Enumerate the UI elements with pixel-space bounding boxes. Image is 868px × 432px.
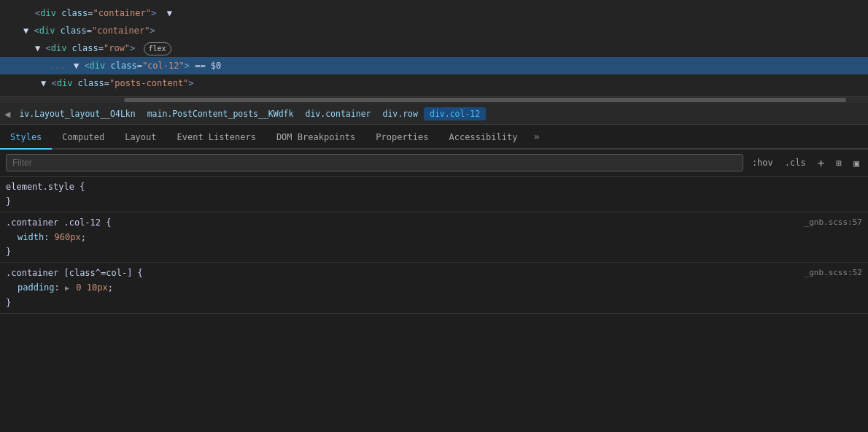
style-source-gnb52[interactable]: _gnb.scss:52 xyxy=(805,266,862,280)
tab-computed[interactable]: Computed xyxy=(52,125,115,150)
cls-button[interactable]: .cls xyxy=(782,156,809,169)
filter-input[interactable] xyxy=(6,154,743,171)
style-close-container-col: } xyxy=(6,296,862,310)
tabs-bar: Styles Computed Layout Event Listeners D… xyxy=(0,125,868,150)
dom-line-posts[interactable]: ▼ <div class="posts-content"> xyxy=(0,74,868,92)
dom-tree: <div class="container"> ▼ ▼ <div class="… xyxy=(0,0,868,97)
tab-properties[interactable]: Properties xyxy=(365,125,438,150)
style-block-container-col12: .container .col-12 { _gnb.scss:57 width:… xyxy=(0,212,868,263)
dom-line-container[interactable]: ▼ <div class="container"> xyxy=(0,22,868,39)
style-close-container-col12: } xyxy=(6,244,862,259)
dom-line-row[interactable]: ▼ <div class="row"> flex xyxy=(0,39,868,57)
style-block-container-col: .container [class^=col-] { _gnb.scss:52 … xyxy=(0,263,868,314)
tab-dom-breakpoints[interactable]: DOM Breakpoints xyxy=(266,125,365,150)
breadcrumb-back-arrow[interactable]: ◀ xyxy=(4,108,10,120)
add-style-button[interactable]: + xyxy=(815,155,828,171)
style-selector-container-col12: .container .col-12 { _gnb.scss:57 xyxy=(6,215,862,230)
breadcrumb-item-3[interactable]: div.row xyxy=(377,107,424,120)
style-close-element: } xyxy=(6,194,862,209)
dom-line-col12[interactable]: ... ▼ <div class="col-12"> == $0 xyxy=(0,57,868,74)
filter-row: :hov .cls + ⊞ ▣ xyxy=(0,150,868,177)
style-selector-container-col: .container [class^=col-] { _gnb.scss:52 xyxy=(6,266,862,280)
style-block-element: element.style { } xyxy=(0,177,868,212)
breadcrumb: ◀ iv.Layout_layout__O4Lkn main.PostConte… xyxy=(0,103,868,125)
tab-more-button[interactable]: » xyxy=(527,124,545,149)
scrollbar-thumb[interactable] xyxy=(124,98,846,102)
breadcrumb-item-2[interactable]: div.container xyxy=(299,107,376,120)
style-prop-padding: padding: ▶ 0 10px; xyxy=(6,280,862,296)
toggle-element-state-icon[interactable]: ▣ xyxy=(850,156,862,170)
styles-content: element.style { } .container .col-12 { _… xyxy=(0,177,868,432)
breadcrumb-item-0[interactable]: iv.Layout_layout__O4Lkn xyxy=(13,107,141,120)
new-style-rule-icon[interactable]: ⊞ xyxy=(833,156,845,170)
tab-layout[interactable]: Layout xyxy=(115,125,166,150)
style-selector-element: element.style { xyxy=(6,180,862,194)
tab-event-listeners[interactable]: Event Listeners xyxy=(167,125,266,150)
breadcrumb-item-1[interactable]: main.PostContent_posts__KWdfk xyxy=(142,107,300,120)
style-prop-width: width: 960px; xyxy=(6,230,862,244)
triangle-expand-icon[interactable]: ▶ xyxy=(65,284,69,292)
tab-styles[interactable]: Styles xyxy=(0,125,52,150)
breadcrumb-item-4[interactable]: div.col-12 xyxy=(424,107,486,120)
dom-line-1[interactable]: <div class="container"> ▼ xyxy=(0,4,868,22)
flex-badge: flex xyxy=(144,42,171,55)
tab-accessibility[interactable]: Accessibility xyxy=(439,125,528,150)
style-source-gnb57[interactable]: _gnb.scss:57 xyxy=(805,215,862,230)
horizontal-scrollbar[interactable] xyxy=(0,97,868,103)
hov-button[interactable]: :hov xyxy=(749,156,776,169)
